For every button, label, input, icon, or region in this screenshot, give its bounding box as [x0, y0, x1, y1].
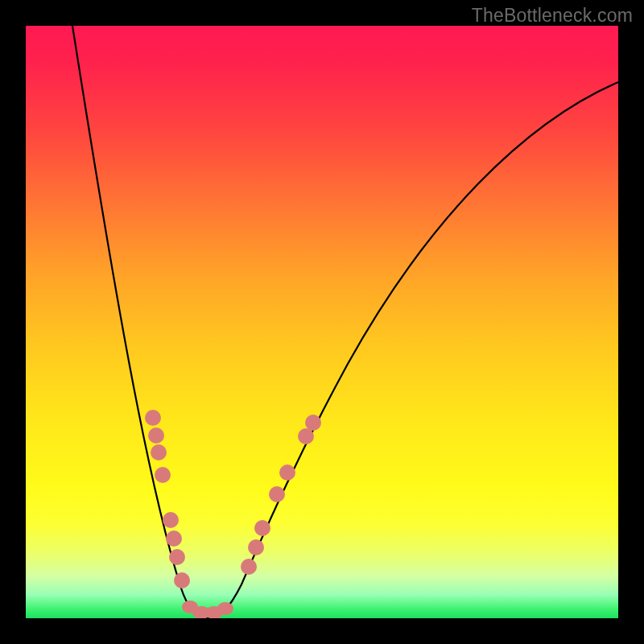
marker-dot: [166, 530, 182, 547]
marker-dot: [217, 602, 233, 615]
marker-dot: [151, 444, 167, 460]
marker-group-bottom: [182, 601, 233, 618]
marker-dot: [254, 520, 270, 536]
marker-dot: [248, 539, 264, 555]
marker-dot: [279, 464, 295, 481]
chart-frame: TheBottleneck.com: [0, 0, 644, 644]
curve-svg: [26, 26, 618, 618]
watermark-text: TheBottleneck.com: [472, 5, 633, 27]
bottleneck-curve: [72, 26, 618, 618]
marker-dot: [269, 486, 285, 502]
marker-dot: [174, 572, 190, 588]
plot-area: [26, 26, 618, 618]
marker-dot: [155, 467, 171, 483]
marker-dot: [163, 512, 179, 528]
marker-group-left: [145, 410, 190, 588]
marker-dot: [148, 427, 164, 444]
marker-group-right: [241, 415, 321, 575]
marker-dot: [145, 410, 161, 426]
marker-dot: [298, 428, 314, 444]
marker-dot: [169, 549, 185, 565]
marker-dot: [305, 415, 321, 431]
marker-dot: [241, 559, 257, 575]
